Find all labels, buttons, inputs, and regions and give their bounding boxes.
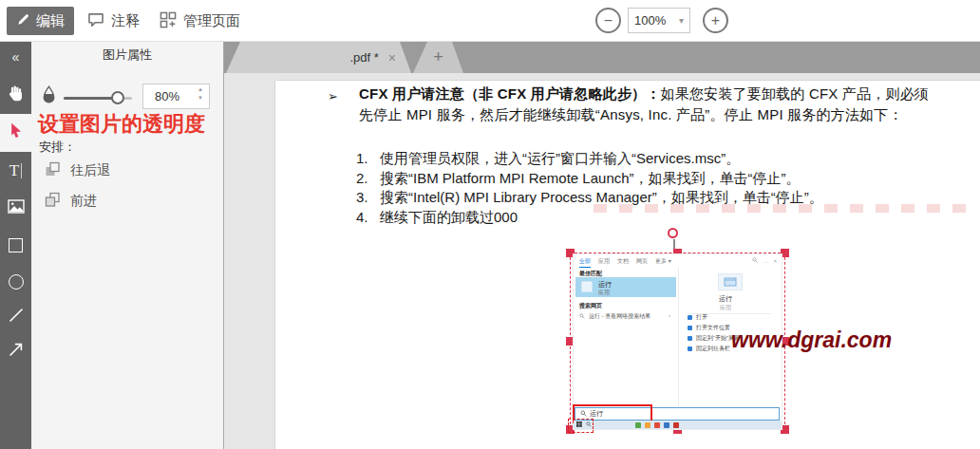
run-preview-icon [718,273,743,290]
zoom-in-button[interactable]: + [703,8,728,33]
watermark-text: www.dgrai.com [731,327,892,353]
document-tab-bar: .pdf * × + [224,42,980,73]
pdf-page[interactable]: ➢ CFX 用户请注意（非 CFX 用户请忽略此步）：如果您安装了要卸载的 CF… [275,81,980,449]
chevron-down-icon: ▾ [679,15,684,26]
collapse-panel-button[interactable]: « [0,44,31,70]
rectangle-icon [9,238,23,253]
select-tool-button[interactable] [0,114,31,152]
zoom-level-value: 100% [634,13,666,28]
paragraph-bold-text: CFX 用户请注意（非 CFX 用户请忽略此步）： [359,85,661,102]
more-icon: … [763,258,768,264]
edit-mode-button[interactable]: 编辑 [7,7,74,35]
faded-text-artifact [594,204,969,213]
rotation-handle[interactable] [668,228,678,238]
tab-docs: 文档 [617,257,629,268]
manage-pages-button[interactable]: 管理页面 [160,7,240,35]
edit-mode-label: 编辑 [36,12,65,30]
panel-divider [678,268,679,406]
win-window-controls: … × [752,257,777,264]
comment-mode-label: 注释 [111,12,140,30]
zoom-out-button[interactable]: − [595,8,621,33]
spinner-down-icon[interactable]: ▼ [198,95,203,101]
manage-pages-icon [160,11,177,31]
opacity-annotation-text: 设置图片的透明度 [38,110,205,139]
action-open-location: 打开文件位置 [688,324,730,332]
close-icon[interactable]: × [388,50,396,65]
list-item: 继续下面的卸载过000 [380,209,518,227]
document-canvas: ➢ CFX 用户请注意（非 CFX 用户请忽略此步）：如果您安装了要卸载的 CF… [224,73,980,449]
add-text-tool-button[interactable]: T [0,154,31,188]
line-icon [9,308,24,327]
hand-icon [8,84,24,105]
action-label: 打开 [696,313,707,322]
top-toolbar: 编辑 注释 管理页面 − [0,0,980,42]
preview-subtitle: 应用 [680,304,771,312]
opacity-value: 80% [155,89,179,103]
pdf-editor-window: 编辑 注释 管理页面 − [0,0,980,449]
bring-forward-button[interactable]: 前进 [45,190,97,213]
spinner-up-icon[interactable]: ▲ [198,86,203,92]
list-number: 1. [356,150,368,166]
opacity-spinner[interactable]: 80% ▲ ▼ [142,84,210,109]
tools-sidebar: « T [0,42,31,449]
web-search-text: 运行 - 查看网络搜索结果 [589,312,650,321]
plus-icon: + [433,47,443,67]
open-icon [688,315,692,320]
rectangle-tool-button[interactable] [0,228,31,262]
action-label: 固定到任务栏 [696,345,730,353]
paragraph-line-1: CFX 用户请注意（非 CFX 用户请忽略此步）：如果您安装了要卸载的 CFX … [359,85,929,103]
taskbar-app-icon [645,422,650,428]
taskbar-app-icon [635,422,641,428]
send-backward-button[interactable]: 往后退 [45,159,110,182]
tab-more: 更多 ▾ [655,257,671,268]
tab-web: 网页 [636,257,648,268]
plus-icon: + [711,13,720,28]
circle-icon [9,274,24,290]
search-web-label: 搜索网页 [579,302,602,310]
pin-icon [688,346,692,351]
opacity-slider-handle[interactable] [111,91,124,104]
taskbar-app-icon [654,422,660,428]
panel-title: 图片属性 [31,47,223,64]
red-dashed-highlight [568,419,594,433]
action-open: 打开 [688,313,707,322]
minus-icon: − [604,13,612,28]
magnifier-icon [752,257,758,264]
close-icon: × [773,258,777,264]
manage-pages-label: 管理页面 [183,12,240,30]
resize-handle-ne[interactable] [781,249,789,257]
chevron-right-icon: › [669,312,670,318]
magnifier-icon [579,313,585,320]
zoom-level-select[interactable]: 100% ▾ [628,8,690,33]
folder-icon [688,326,692,330]
list-number: 3. [356,189,368,205]
comment-bubble-icon [87,12,104,30]
resize-handle-se[interactable] [781,425,789,434]
list-item: 搜索“IBM Platform MPI Remote Launch”，如果找到，… [380,170,801,188]
list-item: 使用管理员权限，进入“运行”窗口并输入“Services.msc”。 [380,150,740,168]
arrow-icon [9,342,24,361]
list-number: 4. [356,209,368,225]
tab-apps: 应用 [598,257,610,268]
win-search-tabs: 全部 应用 文档 网页 更多 ▾ [579,257,671,268]
search-result-run: 运行 应用 [575,277,676,297]
bring-forward-icon [45,192,61,211]
comment-mode-button[interactable]: 注释 [87,7,140,35]
result-subtitle: 应用 [598,289,610,297]
list-number: 2. [356,170,368,186]
ellipse-tool-button[interactable] [0,265,31,299]
bring-forward-label: 前进 [70,193,97,210]
tab-active-pdf[interactable]: .pdf * × [226,42,411,73]
hand-tool-button[interactable] [0,78,31,112]
action-pin-taskbar: 固定到任务栏 [688,345,730,353]
win-taskbar [574,421,782,429]
paragraph-text: 如果您安装了要卸载的 CFX 产品，则必须 [661,85,930,102]
send-backward-icon [45,161,61,180]
line-tool-button[interactable] [0,300,31,334]
new-tab-button[interactable]: + [413,42,463,73]
arrow-tool-button[interactable] [0,334,31,368]
preview-title: 运行 [680,294,771,304]
tab-title: .pdf * [349,50,378,65]
paragraph-line-2: 先停止 MPI 服务，然后才能继续卸载“Ansys, Inc. 产品”。停止 M… [359,106,903,124]
add-image-tool-button[interactable] [0,191,31,225]
